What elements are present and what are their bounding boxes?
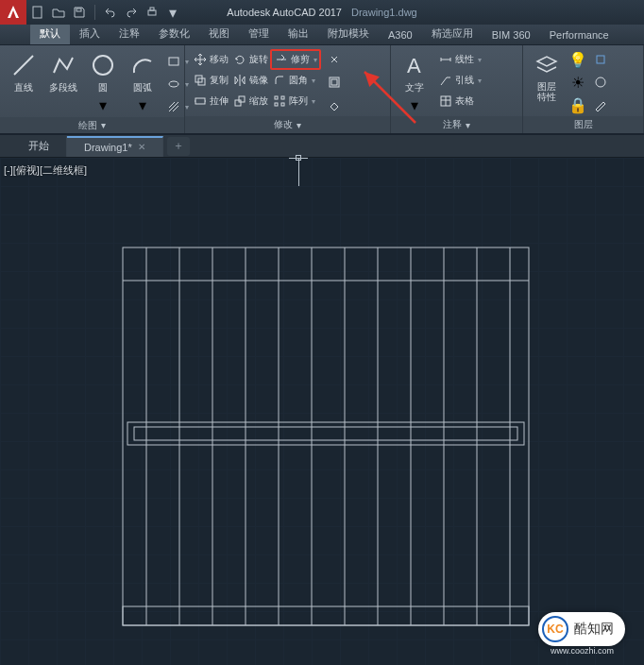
svg-rect-52 [123,606,529,625]
rectangle-icon [166,54,181,69]
file-tab-drawing1[interactable]: Drawing1*✕ [67,136,163,157]
panel-annotate-title[interactable]: 注释▾ [391,116,522,133]
array-button[interactable]: 阵列▾ [270,91,321,111]
print-icon[interactable] [144,5,160,20]
tab-manage[interactable]: 管理 [239,24,279,44]
svg-rect-14 [281,96,284,99]
polyline-button[interactable]: 多段线 [45,49,81,96]
stretch-icon [193,94,208,109]
tab-addins[interactable]: 附加模块 [318,24,379,44]
svg-rect-15 [275,103,278,106]
svg-rect-10 [195,98,205,104]
trim-button[interactable]: 修剪▾ [270,49,321,70]
layer-off-button[interactable] [591,72,610,93]
text-button[interactable]: A 文字 ▾ [397,49,432,116]
circle-icon [89,51,117,79]
panel-annotate: A 文字 ▾ 线性▾ 引线▾ 表格 注释▾ [391,45,523,133]
tab-performance[interactable]: Performance [540,26,619,44]
circle-button[interactable]: 圆 ▾ [85,49,121,116]
array-icon [272,94,287,109]
arc-button[interactable]: 圆弧 ▾ [125,49,161,116]
copy-button[interactable]: 复制 [191,70,230,91]
app-logo[interactable] [0,0,26,25]
offset-icon [327,75,342,90]
tab-view[interactable]: 视图 [199,24,239,44]
chevron-down-icon: ▾ [139,96,146,114]
save-icon[interactable] [72,5,87,20]
panel-draw-title[interactable]: 绘图▾ [0,117,184,133]
explode-icon [327,52,342,67]
file-tabs: 开始 Drawing1*✕ ＋ [0,135,644,158]
new-icon[interactable] [30,5,45,20]
tab-a360[interactable]: A360 [379,26,422,44]
new-tab-button[interactable]: ＋ [167,137,190,156]
panel-modify-title[interactable]: 修改▾ [185,116,390,133]
title-bar: ▾ Autodesk AutoCAD 2017 Drawing1.dwg [0,0,644,25]
close-icon[interactable]: ✕ [138,142,145,152]
svg-rect-11 [235,100,241,106]
scale-icon [232,94,247,109]
hatch-icon [166,99,181,114]
fillet-button[interactable]: 圆角▾ [270,70,321,91]
line-button[interactable]: 直线 [6,49,42,96]
layer-freeze-button[interactable]: ☀ [568,72,587,93]
move-icon [193,52,208,67]
svg-rect-50 [127,422,524,445]
tab-insert[interactable]: 插入 [70,24,110,44]
move-button[interactable]: 移动 [191,49,230,70]
stretch-button[interactable]: 拉伸 [191,91,230,111]
tab-output[interactable]: 输出 [279,24,318,44]
leader-button[interactable]: 引线▾ [436,70,483,91]
qat-dropdown-icon[interactable]: ▾ [165,5,180,20]
offset-button[interactable] [325,72,344,93]
panel-layers-title[interactable]: 图层 [523,116,643,133]
chevron-down-icon: ▾ [411,96,418,114]
svg-point-22 [596,77,605,87]
rotate-button[interactable]: 旋转 [230,49,270,70]
text-icon: A [400,51,429,79]
iso-icon [593,52,608,67]
table-button[interactable]: 表格 [436,91,483,111]
linear-dim-button[interactable]: 线性▾ [436,49,483,70]
tab-parametric[interactable]: 参数化 [149,24,199,44]
mirror-icon [232,73,247,88]
copy-icon [193,73,208,88]
rotate-icon [232,52,247,67]
lock-icon: 🔒 [570,97,585,112]
svg-line-4 [14,56,33,75]
explode-button[interactable] [325,49,344,70]
off-icon [593,75,608,90]
file-tab-start[interactable]: 开始 [11,136,67,157]
svg-rect-0 [33,7,42,18]
scale-button[interactable]: 缩放 [230,91,270,111]
mirror-button[interactable]: 镜像 [230,70,270,91]
layer-lock-button[interactable]: 🔒 [568,94,587,115]
erase-button[interactable] [325,94,344,115]
svg-point-5 [93,56,112,75]
layer-match-button[interactable] [591,94,610,115]
tab-bim360[interactable]: BIM 360 [483,26,540,44]
dimension-icon [438,52,453,67]
svg-rect-2 [148,10,156,15]
layers-icon [533,51,561,79]
open-icon[interactable] [51,5,66,20]
svg-rect-12 [239,96,245,102]
tab-featured[interactable]: 精选应用 [422,24,483,44]
tab-default[interactable]: 默认 [30,24,70,44]
tab-annotate[interactable]: 注释 [110,24,149,44]
ribbon: 直线 多段线 圆 ▾ 圆弧 ▾ ▾ ▾ ▾ 绘图▾ [0,45,644,135]
svg-rect-6 [169,58,178,65]
app-name: Autodesk AutoCAD 2017 [227,7,342,18]
layer-state-button[interactable]: 💡 [568,49,587,70]
drawing-canvas[interactable]: [-][俯视][二维线框] [0,158,644,665]
redo-icon[interactable] [124,5,139,20]
svg-rect-51 [134,427,517,440]
svg-rect-18 [331,79,337,85]
chevron-down-icon: ▾ [99,96,107,114]
leader-icon [438,73,453,88]
layer-props-button[interactable]: 图层 特性 [529,49,565,104]
layer-iso-button[interactable] [591,49,610,70]
undo-icon[interactable] [103,5,118,20]
erase-icon [327,97,342,112]
sun-icon: ☀ [570,75,585,90]
